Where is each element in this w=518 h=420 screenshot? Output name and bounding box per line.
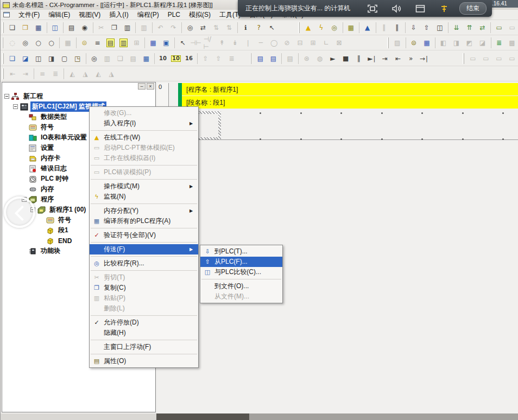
menu-7[interactable]: 模拟(S) [185,9,215,21]
menu-item--o-[interactable]: 到文件(O)... [200,281,282,291]
ladder-view-icon[interactable]: ▤ [104,37,117,49]
select-tool-icon[interactable]: ↖ [176,37,189,49]
sim-run-icon[interactable]: ► [326,53,339,65]
back-overlay-button[interactable] [4,196,35,228]
sim-step-icon[interactable]: ►∣ [365,53,378,65]
menu-item--r-[interactable]: ◎比较程序(R)... [90,258,198,269]
sim-pause-icon[interactable]: ‖ [352,53,365,65]
copy-icon[interactable]: ❐ [108,22,121,34]
replace-icon[interactable]: ⇄ [197,22,210,34]
find-in-project-icon[interactable]: ◫ [48,22,61,34]
watch-window-icon[interactable]: ▦ [140,53,153,65]
find-icon[interactable]: ◎ [184,22,197,34]
menu-1[interactable]: 文件(F) [14,9,44,21]
cascade-window-icon[interactable]: ❏ [6,53,19,65]
print-icon[interactable]: ▤ [65,22,78,34]
view-properties-icon[interactable]: ◳ [71,53,84,65]
menu-item--n-[interactable]: ϟ监视(N) [90,192,198,202]
menu-item--v-[interactable]: ✓验证符号(全部)(V) [90,230,198,240]
about-icon[interactable]: ℹ [239,22,252,34]
menu-item--o-[interactable]: ▤属性(O) [90,356,198,366]
sim-step-in-icon[interactable]: ⇥ [378,53,391,65]
program-name-comment[interactable]: [程序名 : 新程序1] [182,83,518,96]
sim-fast-icon[interactable]: » [405,53,418,65]
zoom-in-icon[interactable]: ◎ [18,37,31,49]
toolbar-grip[interactable] [250,53,252,64]
toolbar-grip[interactable] [2,22,4,33]
menu-item--m-[interactable]: 操作模式(M)▶ [90,181,198,192]
menu-item--d-[interactable]: ✓允许停放(D) [90,317,198,328]
context-help-icon[interactable]: ↖ [266,22,279,34]
tree-expander-icon[interactable] [4,94,9,99]
sim-step-out-icon[interactable]: ⇤ [391,53,405,65]
hscrollbar-thumb[interactable] [156,413,249,420]
menu-2[interactable]: 编辑(E) [44,9,74,21]
remote-session-icon[interactable] [438,4,450,14]
save-icon[interactable]: ▦ [32,22,45,34]
download-plc-icon[interactable]: ⇩ [407,22,420,34]
menu-3[interactable]: 视图(V) [74,9,105,21]
toolbar-grip[interactable] [2,53,4,64]
menu-item--i-[interactable]: 插入程序(I)▶ [90,118,198,129]
menu-item--f-[interactable]: 传送(F)▶ [90,244,198,254]
zoom-100-icon[interactable]: ○ [45,37,58,49]
menu-item--w-[interactable]: ▲在线工作(W) [90,132,198,143]
menu-5[interactable]: 编程(P) [133,9,163,21]
speaker-icon[interactable] [390,4,402,14]
local-symbol-icon[interactable]: ≡ [91,37,104,49]
fullscreen-icon[interactable] [367,4,378,14]
window-split1-icon[interactable]: ▭ [492,22,506,34]
zoom-out-icon[interactable]: ○ [31,37,45,49]
open-file-icon[interactable]: ❒ [19,22,32,34]
mdi-child-icon[interactable] [3,12,10,17]
menu-item--plc-a-[interactable]: ▦编译所有的PLC程序(A) [90,216,198,226]
watch-grid-icon[interactable]: ▦ [420,37,433,49]
menu-item--plc-c-[interactable]: ◫与PLC比较(C)... [200,267,282,277]
io-comment-icon[interactable]: ▣ [160,37,173,49]
monitor-mode-icon[interactable]: ϟ [315,22,328,34]
panel-close-button[interactable]: × [147,83,154,90]
hscrollbar-track[interactable] [249,413,518,420]
toolbar-grip[interactable] [463,53,464,64]
toolbar-grip[interactable] [2,68,4,79]
menu-item--c-[interactable]: ❐复制(C) [90,283,198,293]
rung-number[interactable]: 0 [157,83,169,109]
work-online-icon[interactable]: ▲ [302,22,315,34]
transfer-warn-icon[interactable]: ▦ [344,22,357,34]
print-preview-icon[interactable]: ◉ [78,22,91,34]
menu-item--h-[interactable]: 隐藏(H) [90,328,198,338]
pause-icon[interactable]: ‖ [390,22,403,34]
menu-4[interactable]: 插入(I) [105,9,132,21]
toolbar-grip[interactable] [2,37,3,48]
help-icon[interactable]: ? [252,22,266,34]
view-window1-icon[interactable]: ◪ [19,53,32,65]
toolbar-grip[interactable] [387,37,388,48]
sim-stop-icon[interactable]: ■ [339,53,352,65]
symbol-copy-icon[interactable]: ⊜ [407,37,420,49]
menu-6[interactable]: PLC [163,10,185,20]
toolbar-grip[interactable] [298,22,300,33]
sim-window1-icon[interactable]: ▤ [254,53,267,65]
view-window2-icon[interactable]: ◫ [32,53,45,65]
transfer3-icon[interactable]: ⇄ [476,22,489,34]
transfer1-icon[interactable]: ⇊ [450,22,463,34]
sim-to-end-icon[interactable]: →∣ [418,53,431,65]
tree-expander-icon[interactable] [13,104,18,109]
decimal-signed-icon[interactable]: 10 [169,53,182,65]
decimal-icon[interactable]: 10 [156,53,169,65]
new-file-icon[interactable]: ❏ [6,22,19,34]
section-name-comment[interactable]: [段名称 : 段1] [182,96,518,109]
view-window3-icon[interactable]: ◨ [45,53,58,65]
transfer2-icon[interactable]: ⇈ [463,22,476,34]
menu-item--plc-t-[interactable]: ⇩到PLC(T)... [200,246,282,257]
symbol-display-icon[interactable]: ⊜ [78,37,91,49]
sim-window2-icon[interactable]: ▤ [267,53,280,65]
menu-item--plc-f-[interactable]: ⇧从PLC(F)... [200,257,282,267]
fb-lookup-icon[interactable]: ◎ [87,53,100,65]
tree-item--[interactable]: 新工程 [2,91,155,101]
paste-icon[interactable]: ▥ [121,22,134,34]
end-session-button[interactable]: 结束 [459,2,487,15]
upload-plc-icon[interactable]: ⇧ [420,22,433,34]
compare-plc-icon[interactable]: ◫ [433,22,446,34]
panel-menu-button[interactable]: – [138,83,146,90]
